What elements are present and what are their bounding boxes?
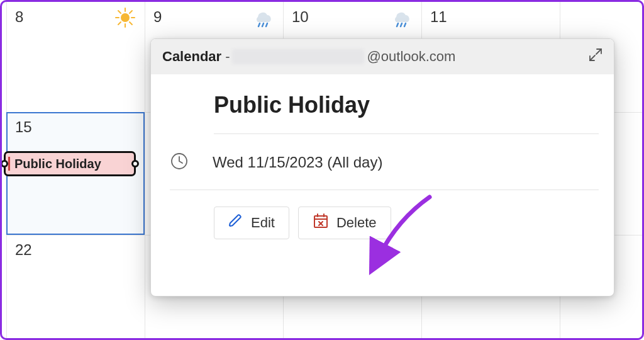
svg-line-9 bbox=[258, 23, 260, 26]
svg-line-5 bbox=[118, 11, 121, 13]
day-number: 9 bbox=[153, 8, 162, 26]
pencil-icon bbox=[228, 213, 243, 232]
expand-icon[interactable] bbox=[586, 45, 605, 68]
calendar-x-icon bbox=[313, 213, 329, 233]
header-dash: - bbox=[225, 48, 230, 65]
edit-button[interactable]: Edit bbox=[214, 207, 289, 239]
event-details-popup: Calendar - @outlook.com Public Holiday W… bbox=[150, 38, 614, 297]
svg-line-6 bbox=[130, 22, 132, 25]
svg-line-11 bbox=[266, 23, 267, 26]
calendar-event-pill[interactable]: Public Holiday bbox=[4, 151, 136, 176]
svg-line-14 bbox=[404, 23, 406, 26]
svg-rect-18 bbox=[314, 216, 327, 227]
day-number: 8 bbox=[15, 8, 23, 26]
popup-actions: Edit Delete bbox=[214, 190, 599, 239]
svg-line-10 bbox=[262, 23, 264, 26]
svg-line-13 bbox=[401, 23, 402, 26]
day-number: 10 bbox=[292, 8, 309, 26]
day-number: 11 bbox=[430, 8, 447, 26]
event-pill-label: Public Holiday bbox=[14, 157, 101, 171]
event-date-text: Wed 11/15/2023 (All day) bbox=[213, 154, 382, 171]
day-cell-22[interactable]: 22 bbox=[6, 235, 145, 340]
svg-line-16 bbox=[590, 55, 595, 60]
svg-line-8 bbox=[130, 11, 132, 13]
event-date-row: Wed 11/15/2023 (All day) bbox=[170, 134, 599, 190]
delete-button[interactable]: Delete bbox=[298, 207, 391, 239]
delete-label: Delete bbox=[336, 215, 377, 231]
calendar-label: Calendar bbox=[162, 48, 221, 65]
svg-line-15 bbox=[596, 49, 601, 54]
email-redacted bbox=[232, 49, 364, 64]
event-title: Public Holiday bbox=[214, 92, 599, 134]
event-color-bar bbox=[8, 157, 10, 171]
svg-point-0 bbox=[121, 13, 130, 22]
resize-handle-right[interactable] bbox=[131, 160, 139, 167]
day-number: 15 bbox=[15, 118, 32, 136]
clock-icon bbox=[170, 152, 189, 173]
email-suffix: @outlook.com bbox=[367, 48, 455, 65]
day-number: 22 bbox=[15, 241, 32, 259]
svg-line-12 bbox=[397, 23, 398, 26]
svg-line-7 bbox=[118, 22, 121, 25]
popup-header: Calendar - @outlook.com bbox=[151, 39, 614, 74]
day-cell-8[interactable]: 8 bbox=[6, 2, 145, 112]
edit-label: Edit bbox=[251, 215, 275, 231]
sun-icon bbox=[114, 7, 136, 31]
rain-icon bbox=[252, 7, 274, 31]
rain-icon bbox=[390, 7, 413, 31]
resize-handle-left[interactable] bbox=[1, 160, 8, 167]
